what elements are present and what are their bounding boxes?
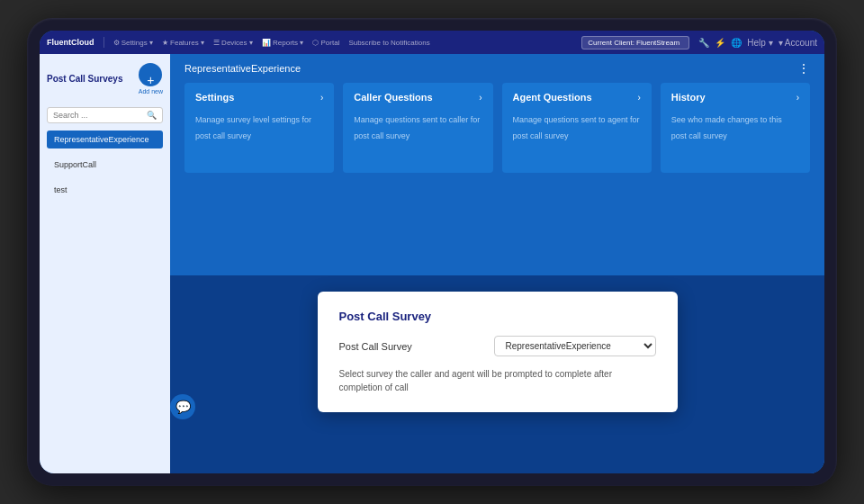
nav-devices[interactable]: ☰ Devices ▾ [213, 39, 253, 47]
sidebar: Post Call Surveys + Add new 🔍 Representa… [40, 54, 170, 473]
nav-settings[interactable]: ⚙ Settings ▾ [113, 39, 153, 47]
caller-questions-card-desc: Manage questions sent to caller for post… [354, 115, 480, 140]
nav-portal[interactable]: ⬡ Portal [312, 39, 339, 47]
nav-icons: 🔧 ⚡ 🌐 Help ▾ ▾ Account [698, 38, 817, 48]
settings-card-desc: Manage survey level settings for post ca… [195, 115, 311, 140]
settings-card[interactable]: Settings › Manage survey level settings … [184, 83, 334, 173]
nav-features[interactable]: ★ Features ▾ [162, 39, 204, 47]
sidebar-item-test[interactable]: test [47, 181, 163, 199]
settings-card-title: Settings [195, 92, 234, 103]
agent-questions-card[interactable]: Agent Questions › Manage questions sent … [502, 83, 652, 173]
lightning-icon[interactable]: ⚡ [715, 38, 725, 48]
caller-questions-card-title: Caller Questions [354, 92, 432, 103]
settings-card-arrow: › [320, 93, 323, 103]
add-new-label: Add new [139, 88, 163, 94]
search-icon: 🔍 [147, 111, 157, 120]
nav-subscribe[interactable]: Subscribe to Notifications [348, 39, 429, 47]
tablet-screen: FluentCloud ⚙ Settings ▾ ★ Features ▾ ☰ … [40, 31, 824, 473]
sidebar-item-representative[interactable]: RepresentativeExperience [47, 130, 163, 148]
modal-card: Post Call Survey Post Call Survey Repres… [318, 292, 678, 412]
cards-area: Settings › Manage survey level settings … [170, 83, 824, 184]
modal-title: Post Call Survey [339, 310, 656, 323]
nav-search-box[interactable]: Current Client: FluentStream [581, 36, 689, 50]
agent-questions-card-title: Agent Questions [513, 92, 592, 103]
caller-questions-card[interactable]: Caller Questions › Manage questions sent… [343, 83, 492, 173]
tablet-frame: FluentCloud ⚙ Settings ▾ ★ Features ▾ ☰ … [27, 18, 837, 486]
agent-questions-card-header: Agent Questions › [513, 92, 641, 103]
sidebar-header: Post Call Surveys + Add new [47, 63, 163, 100]
chat-icon: 💬 [176, 400, 191, 414]
history-card-arrow: › [796, 93, 799, 103]
overlay-bg: Post Call Survey Post Call Survey Repres… [170, 275, 824, 473]
right-panel: RepresentativeExperience ⋮ Settings › Ma… [170, 54, 824, 473]
panel-title: RepresentativeExperience [184, 63, 301, 74]
sidebar-title: Post Call Surveys [47, 74, 122, 84]
sidebar-item-support[interactable]: SupportCall [47, 156, 163, 174]
history-card-header: History › [671, 92, 799, 103]
nav-separator [104, 37, 104, 48]
caller-questions-card-arrow: › [479, 93, 482, 103]
panel-header: RepresentativeExperience ⋮ [170, 54, 824, 83]
help-menu[interactable]: Help ▾ [747, 38, 772, 48]
search-box[interactable]: 🔍 [47, 107, 163, 123]
main-content: Post Call Surveys + Add new 🔍 Representa… [40, 54, 824, 473]
wrench-icon[interactable]: 🔧 [698, 38, 709, 48]
history-card[interactable]: History › See who made changes to this p… [661, 83, 810, 173]
search-input[interactable] [53, 111, 143, 120]
agent-questions-card-desc: Manage questions sent to agent for post … [513, 115, 640, 140]
account-menu[interactable]: ▾ Account [778, 38, 817, 48]
top-nav: FluentCloud ⚙ Settings ▾ ★ Features ▾ ☰ … [40, 31, 824, 54]
agent-questions-card-arrow: › [637, 93, 640, 103]
history-card-desc: See who made changes to this post call s… [671, 115, 782, 140]
history-card-title: History [671, 92, 706, 103]
chat-bubble-button[interactable]: 💬 [170, 394, 195, 419]
modal-row: Post Call Survey RepresentativeExperienc… [339, 336, 656, 356]
globe-icon[interactable]: 🌐 [731, 38, 742, 48]
nav-logo: FluentCloud [47, 38, 94, 47]
add-new-button[interactable]: + [139, 63, 162, 86]
nav-reports[interactable]: 📊 Reports ▾ [262, 39, 303, 47]
caller-questions-card-header: Caller Questions › [354, 92, 482, 103]
settings-card-header: Settings › [195, 92, 323, 103]
modal-select[interactable]: RepresentativeExperience SupportCall tes… [494, 336, 656, 356]
modal-label: Post Call Survey [339, 341, 412, 352]
modal-description: Select survey the caller and agent will … [339, 367, 656, 394]
panel-menu-icon[interactable]: ⋮ [797, 61, 810, 76]
